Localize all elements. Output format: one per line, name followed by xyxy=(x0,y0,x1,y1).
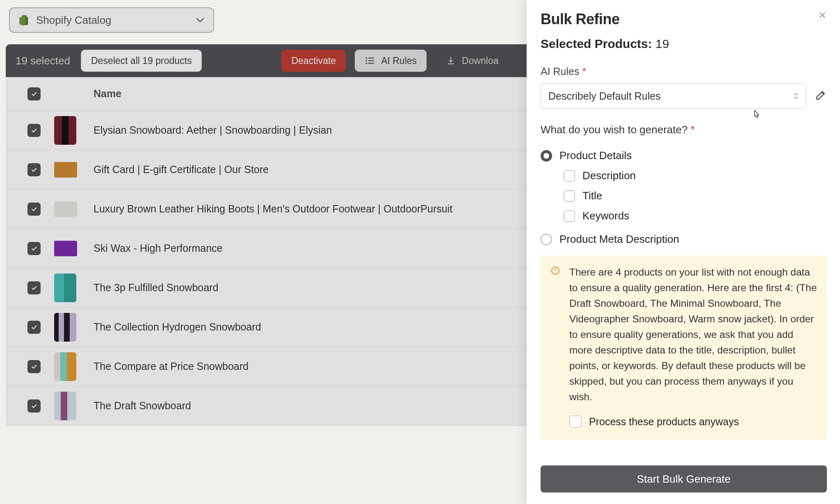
chevron-down-icon xyxy=(196,15,204,25)
product-thumb xyxy=(54,116,76,145)
process-anyways-check[interactable]: Process these products anyways xyxy=(569,414,817,430)
ai-rules-select[interactable]: Describely Default Rules xyxy=(541,83,806,109)
catalog-select[interactable]: Shopify Catalog xyxy=(9,7,214,33)
deactivate-button[interactable]: Deactivate xyxy=(281,50,346,72)
product-thumb xyxy=(54,201,77,217)
option-product-details[interactable]: Product Details xyxy=(541,149,827,162)
catalog-select-label: Shopify Catalog xyxy=(36,14,112,27)
deselect-button[interactable]: Deselect all 19 products xyxy=(81,50,202,72)
shopify-icon xyxy=(19,14,30,26)
panel-title: Bulk Refine xyxy=(541,11,620,28)
select-chevrons-icon xyxy=(794,92,799,100)
warning-box: There are 4 products on your list with n… xyxy=(541,255,827,440)
row-checkbox[interactable] xyxy=(27,163,41,176)
selected-products-count: 19 xyxy=(655,37,669,50)
svg-point-0 xyxy=(366,57,367,59)
row-checkbox[interactable] xyxy=(27,242,41,255)
product-thumb xyxy=(54,352,76,381)
checkbox-icon xyxy=(564,210,575,222)
download-icon xyxy=(445,55,456,66)
svg-point-2 xyxy=(366,63,367,64)
edit-icon[interactable] xyxy=(815,89,827,103)
product-thumb xyxy=(54,313,76,342)
row-checkbox[interactable] xyxy=(27,360,41,373)
product-thumb xyxy=(54,392,76,420)
radio-empty-icon xyxy=(541,234,552,245)
ai-rules-select-value: Describely Default Rules xyxy=(548,90,661,102)
check-keywords-label: Keywords xyxy=(582,210,629,222)
warning-text: There are 4 products on your list with n… xyxy=(569,265,817,405)
option-product-details-label: Product Details xyxy=(559,149,632,162)
row-checkbox[interactable] xyxy=(27,281,41,294)
generate-question: What do you wish to generate? xyxy=(541,123,687,136)
check-description-label: Description xyxy=(582,169,636,182)
row-checkbox[interactable] xyxy=(27,124,41,137)
row-checkbox[interactable] xyxy=(27,321,41,334)
process-anyways-label: Process these products anyways xyxy=(589,414,739,430)
start-bulk-generate-button[interactable]: Start Bulk Generate xyxy=(541,465,827,493)
required-marker: * xyxy=(691,123,695,136)
svg-point-1 xyxy=(366,60,367,61)
check-title[interactable]: Title xyxy=(564,189,827,202)
warning-icon xyxy=(550,265,560,429)
option-meta-description[interactable]: Product Meta Description xyxy=(541,233,827,246)
download-button-label: Downloa xyxy=(462,55,499,66)
ai-rules-button-label: AI Rules xyxy=(381,55,417,66)
selected-products-label: Selected Products: xyxy=(541,37,652,50)
ai-rules-button[interactable]: AI Rules xyxy=(355,50,427,72)
row-checkbox[interactable] xyxy=(27,399,41,413)
check-description[interactable]: Description xyxy=(564,169,827,182)
checkbox-icon xyxy=(569,415,582,428)
radio-selected-icon xyxy=(541,150,552,162)
bulk-refine-panel: Bulk Refine Selected Products: 19 AI Rul… xyxy=(527,0,840,504)
selected-count: 19 selected xyxy=(16,55,70,67)
check-keywords[interactable]: Keywords xyxy=(564,210,827,222)
check-title-label: Title xyxy=(582,189,602,202)
list-icon xyxy=(365,55,375,66)
download-button[interactable]: Downloa xyxy=(436,50,509,72)
checkbox-icon xyxy=(564,170,575,182)
product-thumb xyxy=(54,274,76,302)
option-meta-description-label: Product Meta Description xyxy=(559,233,679,246)
product-thumb xyxy=(54,241,77,256)
required-marker: * xyxy=(582,66,586,77)
checkbox-icon xyxy=(564,190,575,202)
select-all-checkbox[interactable] xyxy=(27,87,41,100)
row-checkbox[interactable] xyxy=(27,203,41,216)
ai-rules-field-label: AI Rules xyxy=(541,66,579,77)
product-thumb xyxy=(54,162,77,178)
close-icon[interactable] xyxy=(818,11,827,21)
